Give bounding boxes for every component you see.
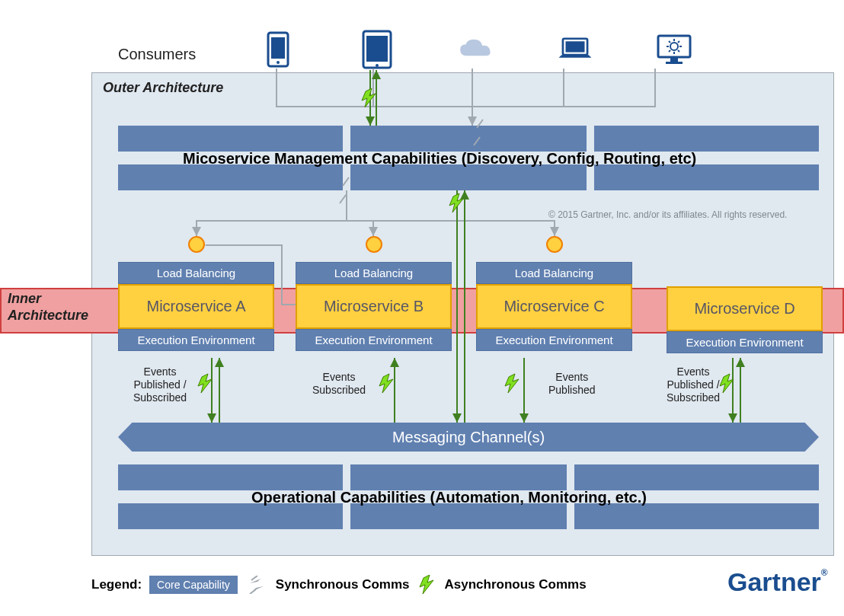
- sync-comms-icon: [245, 576, 268, 594]
- svg-line-16: [669, 41, 670, 43]
- svg-line-19: [678, 41, 679, 43]
- microservice-c-box: Microservice C: [476, 284, 632, 329]
- mgmt-block: [118, 164, 343, 190]
- mgmt-block: [594, 164, 819, 190]
- cloud-icon: [457, 30, 495, 69]
- operational-capabilities-label: Operational Capabilities (Automation, Mo…: [251, 489, 647, 506]
- svg-point-2: [277, 61, 280, 64]
- ops-block: [350, 464, 567, 490]
- messaging-channel-box: Messaging Channel(s): [118, 423, 819, 452]
- load-balancer-node-icon: [366, 236, 382, 253]
- ops-block: [350, 503, 567, 529]
- svg-rect-4: [366, 36, 388, 62]
- execution-environment-box: Execution Environment: [296, 329, 452, 351]
- load-balancing-box: Load Balancing: [296, 262, 452, 284]
- events-label-a: Events Published / Subscribed: [133, 365, 187, 404]
- outer-architecture-label: Outer Architecture: [103, 80, 223, 96]
- ops-block: [574, 464, 819, 490]
- ops-block: [574, 503, 819, 529]
- execution-environment-box: Execution Environment: [118, 329, 274, 351]
- tablet-icon: [358, 30, 396, 69]
- ops-block: [118, 464, 343, 490]
- svg-point-5: [376, 64, 379, 67]
- microservice-d-box: Microservice D: [667, 286, 823, 331]
- microservice-b-box: Microservice B: [296, 284, 452, 329]
- load-balancing-box: Load Balancing: [118, 262, 274, 284]
- svg-rect-9: [670, 57, 678, 62]
- gartner-logo: Gartner®: [727, 567, 828, 597]
- management-capabilities-label: Micoservice Management Capabilities (Dis…: [183, 150, 696, 168]
- legend-row: Legend: Core Capability Synchronous Comm…: [91, 575, 587, 595]
- phone-icon: [259, 30, 297, 69]
- mgmt-block: [594, 126, 819, 152]
- execution-environment-box: Execution Environment: [476, 329, 632, 351]
- consumers-label: Consumers: [118, 46, 196, 63]
- legend-sync-label: Synchronous Comms: [276, 577, 410, 592]
- events-label-b: Events Subscribed: [312, 371, 366, 397]
- legend-label: Legend:: [91, 577, 142, 592]
- copyright-text: © 2015 Gartner, Inc. and/or its affiliat…: [548, 209, 787, 220]
- load-balancer-node-icon: [546, 236, 563, 253]
- microservice-column-b: Load Balancing Microservice B Execution …: [296, 262, 452, 351]
- svg-line-17: [678, 50, 679, 52]
- load-balancer-node-icon: [188, 236, 205, 253]
- ops-block: [118, 503, 343, 529]
- inner-architecture-label: Inner Architecture: [8, 291, 88, 324]
- load-balancing-box: Load Balancing: [476, 262, 632, 284]
- microservice-column-c: Load Balancing Microservice C Execution …: [476, 262, 632, 351]
- microservice-column-a: Load Balancing Microservice A Execution …: [118, 262, 274, 351]
- microservice-column-d: Microservice D Execution Environment: [667, 286, 823, 353]
- events-label-d: Events Published / Subscribed: [667, 365, 720, 404]
- legend-async-label: Asynchronous Comms: [445, 577, 587, 592]
- svg-rect-7: [566, 41, 585, 52]
- svg-rect-1: [271, 37, 285, 59]
- svg-rect-10: [666, 62, 683, 64]
- execution-environment-box: Execution Environment: [667, 331, 823, 353]
- async-comms-icon: [417, 575, 437, 595]
- legend-core-capability: Core Capability: [149, 576, 238, 594]
- mgmt-block: [350, 126, 587, 152]
- mgmt-block: [118, 126, 343, 152]
- laptop-icon: [556, 30, 594, 69]
- events-label-c: Events Published: [548, 371, 596, 397]
- settings-screen-icon: [655, 30, 693, 69]
- microservice-a-box: Microservice A: [118, 284, 274, 329]
- consumer-icons-row: [259, 30, 693, 69]
- svg-point-11: [670, 43, 678, 50]
- svg-line-18: [669, 50, 670, 52]
- mgmt-block: [350, 164, 587, 190]
